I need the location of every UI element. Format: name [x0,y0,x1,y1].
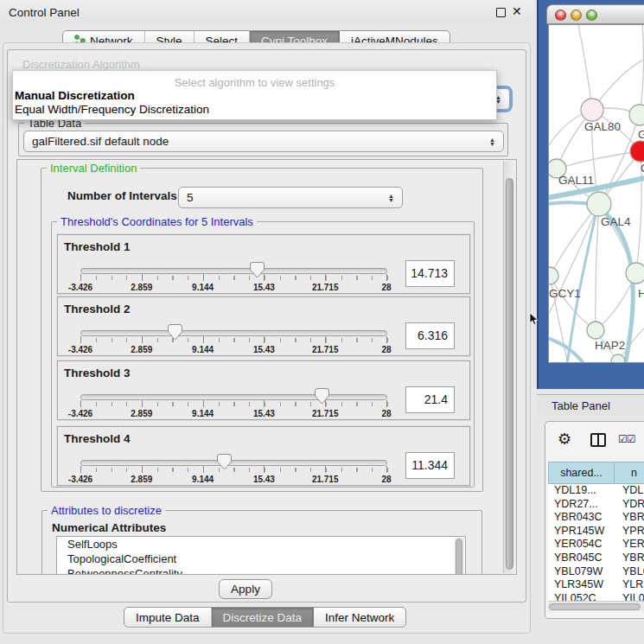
algorithm-option-equal-width[interactable]: Equal Width/Frequency Discretization [13,103,496,117]
algorithm-option-manual[interactable]: Manual Discretization [13,89,496,103]
tab-infer-network[interactable]: Infer Network [314,608,405,627]
node-label: HAP2 [595,339,625,352]
scrollbar-thumb[interactable] [549,603,641,610]
table-data-group: Table Data galFiltered.sif default node … [18,123,508,156]
gear-icon[interactable]: ⚙ [558,430,571,449]
number-of-intervals-combobox[interactable]: 5 ▲▼ [178,187,403,208]
attributes-group-label: Attributes to discretize [48,504,165,517]
scrollbar-thumb[interactable] [506,178,513,570]
cell-name: YBL0 [615,565,644,579]
node-label: GAL80 [584,120,621,133]
number-of-intervals-value: 5 [187,191,194,204]
axis-tick-label: 2.859 [131,283,152,292]
network-node-c[interactable] [630,141,644,162]
network-node-gal4[interactable] [587,192,611,216]
float-window-icon[interactable] [496,8,506,17]
number-of-intervals-label: Number of Intervals [67,189,177,202]
network-window-titlebar[interactable] [546,4,644,24]
checkbox-pair-icon[interactable]: ☑☑ [618,433,635,445]
network-node-g[interactable] [629,105,644,125]
settings-scroll-area: Interval Definition Number of Intervals … [16,159,517,575]
axis-tick-label: 21.715 [312,409,339,418]
slider-track[interactable] [80,460,387,466]
gray-edge [557,151,641,169]
tab-label: Infer Network [325,611,394,624]
table-row[interactable]: YBL079WYBL0 [548,565,644,579]
axis-tick-label: 28 [381,475,391,484]
network-node-gcy1[interactable] [549,267,558,284]
axis-tick-label: 21.715 [312,283,339,292]
network-canvas[interactable]: GAL80GCGAL11GAL4GCY1HHAP2 [548,24,644,363]
slider-ticks [80,338,388,342]
tab-discretize-data[interactable]: Discretize Data [212,608,315,627]
table-row[interactable]: YLR345WYLR3 [548,578,644,592]
table-horizontal-scrollbar[interactable] [548,601,644,611]
column-header-name[interactable]: n [615,462,644,484]
cell-shared-name: YBR043C [548,511,615,525]
attributes-group: Attributes to discretize Numerical Attri… [41,510,482,575]
cell-name: YDL1 [615,484,644,498]
apply-button[interactable]: Apply [219,579,272,599]
axis-tick-label: 9.144 [192,409,214,418]
table-row[interactable]: YDL19...YDL1 [548,484,644,498]
axis-tick-label: 15.43 [253,409,275,418]
axis-tick-label: 9.144 [192,283,214,292]
minimize-traffic-light-icon[interactable] [571,10,582,21]
zoom-traffic-light-icon[interactable] [586,10,597,21]
threshold-panel: Threshold 4 -3.4262.8599.14415.4321.7152… [57,426,470,486]
tab-label: Impute Data [136,611,200,624]
threshold-value-field[interactable]: 21.4 [405,386,455,413]
scrollbar-thumb[interactable] [456,539,462,575]
close-icon[interactable]: ✕ [512,4,522,18]
stepper-arrows-icon: ▲▼ [489,137,495,146]
threshold-value-field[interactable]: 14.713 [405,260,455,287]
thresholds-group: Threshold's Coordinates for 5 Intervals … [51,221,475,488]
network-view-window: GAL80GCGAL11GAL4GCY1HHAP2 [537,0,644,389]
axis-tick-label: 2.859 [131,475,152,484]
thresholds-group-label: Threshold's Coordinates for 5 Intervals [57,215,257,228]
table-row[interactable]: YER054CYER0 [548,538,644,552]
cell-shared-name: YER054C [548,538,615,552]
gray-edge [640,25,643,115]
table-header-row: shared... n [548,462,644,484]
slider-ticks [80,276,388,280]
slider-track[interactable] [80,330,387,336]
slider-track[interactable] [80,394,387,400]
table-data-combobox[interactable]: galFiltered.sif default node ▲▼ [23,131,504,152]
axis-tick-label: -3.426 [68,345,92,354]
attribute-item[interactable]: TopologicalCoefficient [57,552,465,566]
threshold-value-field[interactable]: 11.344 [405,452,455,479]
slider-ticks [80,402,388,406]
network-node-gal80[interactable] [581,99,603,121]
slider-track[interactable] [80,268,387,274]
axis-tick-label: 28 [381,345,391,354]
discretization-algorithm-group-label: Discretization Algorithm [22,58,140,71]
network-node-hap2[interactable] [587,322,604,339]
table-row[interactable]: YDR27...YDR2 [548,498,644,512]
close-traffic-light-icon[interactable] [555,10,566,21]
node-label: GAL4 [601,215,631,228]
control-panel-title: Control Panel [9,6,80,19]
cell-name: YLR3 [615,578,644,592]
axis-tick-label: 15.43 [253,345,275,354]
threshold-value-field[interactable]: 6.316 [405,322,455,349]
attribute-item[interactable]: BetweennessCentrality [57,566,465,575]
axis-tick-label: 21.715 [312,345,339,354]
network-node-h[interactable] [626,263,644,284]
cell-shared-name: YLR345W [548,578,615,592]
network-node[interactable] [611,354,625,363]
axis-tick-label: 9.144 [192,345,214,354]
column-header-shared-name[interactable]: shared... [548,462,615,484]
table-row[interactable]: YBR045CYBR0 [548,552,644,565]
panel-vertical-scrollbar[interactable] [503,161,515,573]
threshold-label: Threshold 3 [64,367,131,379]
split-columns-icon[interactable] [590,433,606,447]
attribute-item[interactable]: SelfLoops [57,537,465,552]
table-body: YDL19...YDL1YDR27...YDR2YBR043CYBR0YPR14… [548,484,644,603]
axis-tick-label: -3.426 [68,409,92,418]
table-row[interactable]: YBR043CYBR0 [548,511,644,525]
table-row[interactable]: YPR145WYPR1 [548,525,644,539]
tab-impute-data[interactable]: Impute Data [124,608,212,627]
attributes-scrollbar[interactable] [455,538,464,575]
cyni-mode-tab-bar: Impute Data Discretize Data Infer Networ… [124,607,406,628]
